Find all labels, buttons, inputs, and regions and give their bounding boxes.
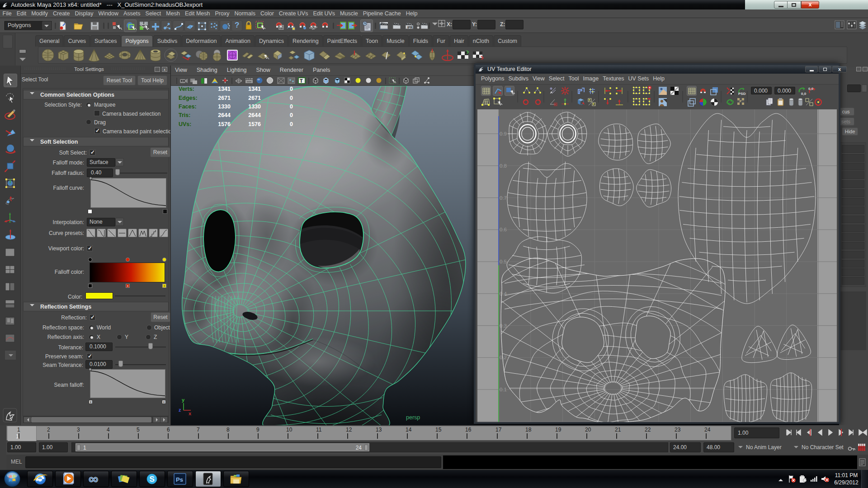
svg-text:0.9: 0.9 — [500, 131, 507, 136]
svg-text:PSD: PSD — [738, 92, 746, 96]
svg-text:0.4: 0.4 — [500, 291, 507, 296]
svg-text:0,0: 0,0 — [808, 87, 814, 91]
svg-text:0.5: 0.5 — [500, 259, 507, 264]
svg-text:0.6: 0.6 — [500, 227, 507, 232]
svg-text:IPR: IPR — [407, 26, 413, 29]
svg-text:y: y — [182, 397, 185, 403]
svg-text:x: x — [189, 411, 192, 416]
svg-text:S: S — [150, 475, 155, 483]
svg-text:T: T — [300, 78, 303, 84]
svg-text:0.7: 0.7 — [500, 195, 507, 201]
svg-text:0.8: 0.8 — [500, 163, 507, 169]
svg-text:Ps: Ps — [176, 476, 183, 483]
svg-text:∞: ∞ — [89, 471, 98, 486]
svg-text:z: z — [179, 407, 181, 413]
svg-text:0,0: 0,0 — [801, 92, 807, 96]
svg-text:0.1: 0.1 — [500, 387, 507, 392]
svg-text:0.2: 0.2 — [500, 355, 507, 360]
svg-text:0.3: 0.3 — [500, 323, 507, 328]
